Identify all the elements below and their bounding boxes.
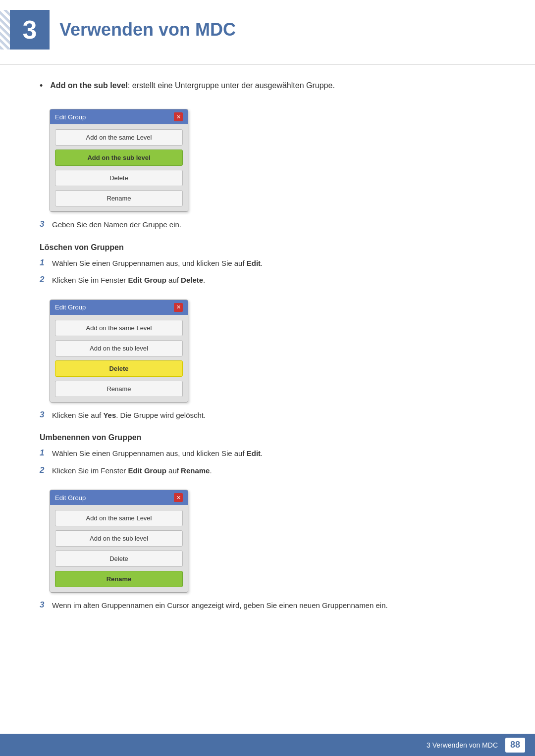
dialog-close-btn-2[interactable]: ✕ (174, 303, 183, 312)
step-s3-3: 3 Wenn im alten Gruppennamen ein Cursor … (40, 600, 505, 611)
chapter-number-block: 3 (10, 10, 50, 50)
step-num-s2-3: 3 (40, 410, 52, 420)
dialog-body-3: Add on the same Level Add on the sub lev… (50, 505, 188, 592)
dialog-btn-sub-level-2[interactable]: Add on the sub level (55, 340, 183, 356)
dialog-title-bar-2: Edit Group ✕ (50, 300, 188, 315)
dialog-container-1: Edit Group ✕ Add on the same Level Add o… (50, 109, 188, 212)
dialog-title-2: Edit Group (55, 303, 86, 311)
dialog-btn-same-level-3[interactable]: Add on the same Level (55, 510, 183, 526)
step-num-s2-1: 1 (40, 258, 52, 268)
step-text-s3-2: Klicken Sie im Fenster Edit Group auf Re… (52, 465, 212, 477)
step-text-s2-1: Wählen Sie einen Gruppennamen aus, und k… (52, 258, 263, 269)
step-text-s3-1: Wählen Sie einen Gruppennamen aus, und k… (52, 448, 263, 459)
dialog-title-3: Edit Group (55, 494, 86, 502)
step-s2-3: 3 Klicken Sie auf Yes. Die Gruppe wird g… (40, 410, 505, 421)
edit-group-dialog-1: Edit Group ✕ Add on the same Level Add o… (50, 109, 188, 212)
section-heading-rename: Umbenennen von Gruppen (40, 433, 505, 442)
step-num-s3-1: 1 (40, 448, 52, 458)
footer-section-label: 3 Verwenden von MDC (427, 741, 498, 749)
dialog-title-1: Edit Group (55, 113, 86, 121)
chapter-title: Verwenden von MDC (59, 19, 236, 40)
dialog-close-btn-3[interactable]: ✕ (174, 493, 183, 502)
dialog-btn-delete-2[interactable]: Delete (55, 360, 183, 377)
step-text-s3-3: Wenn im alten Gruppennamen ein Cursor an… (52, 600, 388, 611)
dialog-btn-sub-level-3[interactable]: Add on the sub level (55, 530, 183, 547)
step-text-s2-2: Klicken Sie im Fenster Edit Group auf De… (52, 275, 205, 286)
dialog-container-2: Edit Group ✕ Add on the same Level Add o… (50, 300, 188, 403)
dialog-btn-same-level-1[interactable]: Add on the same Level (55, 129, 183, 146)
footer-page-number: 88 (505, 738, 525, 753)
step-num-s1-3: 3 (40, 219, 52, 229)
edit-group-dialog-3: Edit Group ✕ Add on the same Level Add o… (50, 490, 188, 593)
bullet-text: Add on the sub level: erstellt eine Unte… (50, 80, 335, 92)
dialog-close-btn-1[interactable]: ✕ (174, 112, 183, 121)
page-header: 3 Verwenden von MDC (0, 0, 535, 65)
dialog-btn-delete-3[interactable]: Delete (55, 551, 183, 567)
dialog-btn-sub-level-1[interactable]: Add on the sub level (55, 150, 183, 166)
dialog-btn-same-level-2[interactable]: Add on the same Level (55, 320, 183, 336)
step-section1-3: 3 Geben Sie den Namen der Gruppe ein. (40, 219, 505, 231)
edit-group-dialog-2: Edit Group ✕ Add on the same Level Add o… (50, 300, 188, 403)
bullet-dot: • (40, 81, 43, 91)
step-text-s1-3: Geben Sie den Namen der Gruppe ein. (52, 219, 181, 231)
step-num-s3-3: 3 (40, 600, 52, 610)
step-num-s2-2: 2 (40, 275, 52, 285)
dialog-btn-rename-3[interactable]: Rename (55, 571, 183, 587)
step-s2-2: 2 Klicken Sie im Fenster Edit Group auf … (40, 275, 505, 286)
section-heading-delete: Löschen von Gruppen (40, 243, 505, 252)
bullet-sub-level: • Add on the sub level: erstellt eine Un… (40, 80, 505, 92)
dialog-container-3: Edit Group ✕ Add on the same Level Add o… (50, 490, 188, 593)
chapter-number: 3 (23, 15, 37, 45)
step-text-s2-3: Klicken Sie auf Yes. Die Gruppe wird gel… (52, 410, 206, 421)
step-s3-1: 1 Wählen Sie einen Gruppennamen aus, und… (40, 448, 505, 459)
step-s3-2: 2 Klicken Sie im Fenster Edit Group auf … (40, 465, 505, 477)
dialog-btn-rename-2[interactable]: Rename (55, 381, 183, 397)
bullet-label: Add on the sub level (50, 81, 127, 90)
dialog-btn-rename-1[interactable]: Rename (55, 190, 183, 206)
step-s2-1: 1 Wählen Sie einen Gruppennamen aus, und… (40, 258, 505, 269)
page-footer: 3 Verwenden von MDC 88 (0, 734, 535, 756)
main-content: • Add on the sub level: erstellt eine Un… (0, 80, 535, 647)
dialog-body-2: Add on the same Level Add on the sub lev… (50, 315, 188, 402)
dialog-title-bar-1: Edit Group ✕ (50, 109, 188, 124)
dialog-btn-delete-1[interactable]: Delete (55, 170, 183, 186)
dialog-title-bar-3: Edit Group ✕ (50, 490, 188, 505)
step-num-s3-2: 2 (40, 465, 52, 475)
dialog-body-1: Add on the same Level Add on the sub lev… (50, 124, 188, 211)
